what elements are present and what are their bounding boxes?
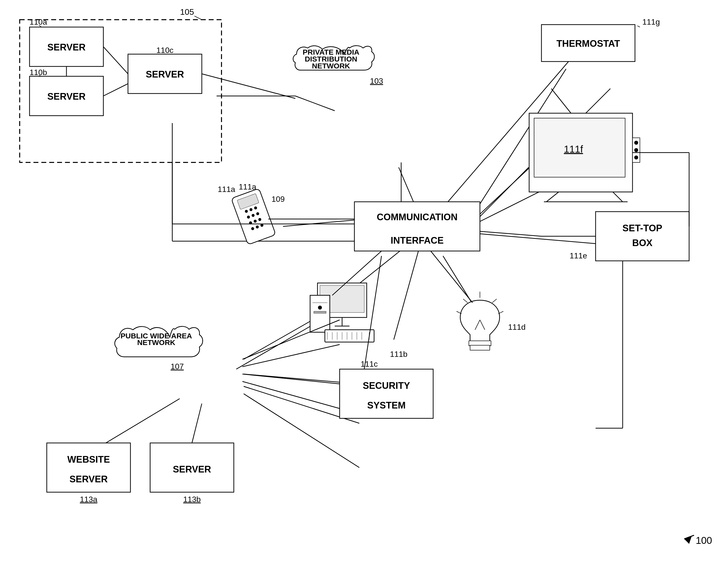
svg-text:COMMUNICATION: COMMUNICATION	[377, 212, 458, 222]
svg-text:SYSTEM: SYSTEM	[367, 400, 406, 410]
svg-text:111f: 111f	[564, 144, 583, 155]
svg-text:100: 100	[696, 535, 712, 546]
svg-text:110a: 110a	[30, 17, 47, 26]
svg-rect-119	[47, 443, 130, 492]
svg-rect-64	[596, 212, 689, 261]
svg-line-143	[242, 381, 340, 409]
svg-line-58	[586, 89, 610, 113]
svg-line-51	[637, 26, 640, 27]
svg-text:111a: 111a	[218, 185, 235, 194]
svg-text:110c: 110c	[156, 46, 173, 55]
svg-text:NETWORK: NETWORK	[137, 338, 175, 346]
svg-line-127	[202, 74, 295, 98]
svg-text:SECURITY: SECURITY	[363, 380, 410, 391]
svg-rect-90	[314, 311, 326, 313]
svg-rect-107	[470, 345, 490, 350]
svg-text:111c: 111c	[361, 360, 378, 368]
svg-line-55	[613, 192, 623, 202]
svg-text:SET-TOP: SET-TOP	[622, 223, 662, 233]
svg-line-30	[103, 47, 128, 74]
svg-text:SERVER: SERVER	[69, 474, 108, 484]
svg-line-16	[192, 404, 202, 443]
svg-text:INTERFACE: INTERFACE	[391, 235, 443, 246]
svg-line-141	[242, 345, 340, 367]
svg-point-62	[634, 156, 638, 159]
svg-text:SERVER: SERVER	[47, 91, 86, 102]
svg-line-135	[480, 234, 596, 244]
svg-line-134	[431, 251, 473, 303]
svg-point-89	[318, 306, 322, 310]
svg-line-33	[194, 16, 202, 20]
svg-text:103: 103	[370, 77, 383, 85]
svg-text:107: 107	[171, 362, 184, 371]
svg-point-60	[634, 141, 638, 145]
svg-text:111a: 111a	[239, 182, 256, 191]
svg-text:SERVER: SERVER	[146, 69, 184, 79]
svg-point-61	[634, 148, 638, 152]
svg-rect-87	[310, 295, 330, 332]
svg-text:111b: 111b	[390, 350, 407, 359]
svg-text:105: 105	[180, 7, 194, 16]
svg-text:THERMOSTAT: THERMOSTAT	[556, 38, 620, 49]
svg-line-13	[394, 251, 418, 340]
svg-line-15	[106, 399, 180, 443]
svg-text:SERVER: SERVER	[173, 464, 211, 474]
svg-rect-102	[340, 369, 433, 418]
svg-text:109: 109	[271, 195, 285, 204]
svg-text:110b: 110b	[30, 68, 47, 77]
svg-line-142	[242, 374, 340, 384]
svg-text:WEBSITE: WEBSITE	[67, 454, 110, 465]
svg-text:NETWORK: NETWORK	[312, 62, 350, 70]
svg-text:113b: 113b	[183, 495, 201, 504]
svg-text:SERVER: SERVER	[47, 42, 86, 52]
svg-line-54	[546, 192, 559, 202]
svg-text:111g: 111g	[642, 17, 660, 26]
svg-text:111d: 111d	[508, 323, 525, 331]
svg-text:111e: 111e	[570, 251, 587, 260]
diagram-container: SERVER SERVER SERVER 105 110a 110b 110c …	[0, 0, 728, 566]
svg-line-113	[463, 299, 468, 303]
svg-line-31	[103, 84, 128, 96]
svg-line-7	[480, 231, 541, 236]
svg-line-1	[295, 96, 335, 111]
svg-line-111	[492, 299, 497, 303]
svg-text:BOX: BOX	[632, 238, 653, 248]
svg-line-57	[551, 89, 571, 113]
svg-text:113a: 113a	[80, 495, 97, 504]
